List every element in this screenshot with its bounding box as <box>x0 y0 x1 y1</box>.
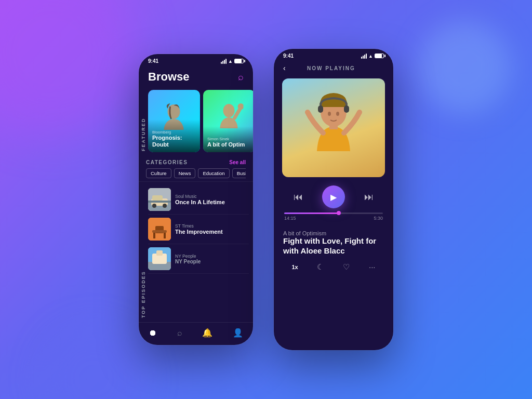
progress-bar[interactable]: 14:15 5:30 <box>284 212 383 221</box>
play-button[interactable]: ▶ <box>322 185 345 208</box>
browse-content: Browse ⌕ FEATURED <box>139 66 253 322</box>
svg-rect-6 <box>152 195 163 201</box>
episode-3-source: NY People <box>175 254 249 259</box>
card-1-overlay: Bloomberg Prognosis: Doubt <box>148 119 200 152</box>
time-labels: 14:15 5:30 <box>284 216 383 221</box>
episode-2-title: The Improvement <box>175 229 249 235</box>
card-2-overlay: Simon Sinek A bit of Optim <box>203 126 253 152</box>
card-2-source: Simon Sinek <box>207 137 251 141</box>
np-track-info: A bit of Optimism Fight with Love, Fight… <box>274 227 393 258</box>
top-episodes-section: TOP EPISODES <box>139 181 253 322</box>
progress-track <box>284 212 383 214</box>
prev-button[interactable]: ⏮ <box>294 192 303 203</box>
heart-button[interactable]: ♡ <box>343 262 350 272</box>
browse-status-time: 9:41 <box>148 58 158 64</box>
np-status-icons: ▲ <box>361 54 384 59</box>
browse-title: Browse <box>148 70 189 84</box>
episode-thumb-1 <box>148 188 171 211</box>
np-back-button[interactable]: ‹ <box>283 64 286 72</box>
card-2-title: A bit of Optim <box>207 141 251 148</box>
svg-rect-18 <box>156 250 163 256</box>
episode-1-art <box>148 188 171 211</box>
episode-2-info: ST Times The Improvement <box>175 223 249 235</box>
np-page-title: NOW PLAYING <box>307 65 355 71</box>
transport-buttons: ⏮ ▶ ⏭ <box>284 185 383 208</box>
episode-item-3[interactable]: NY People NY People <box>148 244 249 274</box>
category-business[interactable]: Business <box>232 168 246 178</box>
speed-button[interactable]: 1x <box>291 264 298 270</box>
np-controls: ⏮ ▶ ⏭ 14:15 5:30 <box>274 181 393 227</box>
bg-decoration-br <box>42 326 145 399</box>
svg-point-23 <box>328 112 331 116</box>
search-button[interactable]: ⌕ <box>238 72 244 83</box>
browse-phone: 9:41 ▲ Browse ⌕ FEATURE <box>139 54 253 345</box>
more-button[interactable]: ··· <box>369 262 376 271</box>
np-wifi-icon: ▲ <box>368 54 373 59</box>
bottom-nav: ⏺ ⌕ 🔔 👤 <box>139 322 253 345</box>
episode-1-title: Once In A Lifetime <box>175 199 249 205</box>
episode-thumb-2 <box>148 218 171 241</box>
episode-item-2[interactable]: ST Times The Improvement <box>148 215 249 244</box>
battery-fill <box>235 59 242 63</box>
episode-3-art <box>148 247 171 270</box>
svg-rect-21 <box>344 105 349 113</box>
np-track-subtitle: A bit of Optimism <box>283 230 384 236</box>
see-all-button[interactable]: See all <box>229 159 246 165</box>
nav-search-icon[interactable]: ⌕ <box>177 328 182 338</box>
np-album-art <box>282 78 385 177</box>
np-album-figure <box>292 84 375 177</box>
svg-rect-22 <box>329 124 338 129</box>
browse-status-bar: 9:41 ▲ <box>139 54 253 66</box>
featured-card-1[interactable]: Bloomberg Prognosis: Doubt <box>148 90 200 152</box>
next-button[interactable]: ⏭ <box>364 192 374 203</box>
np-battery-icon <box>375 54 384 58</box>
svg-rect-9 <box>148 201 171 203</box>
np-battery-fill <box>375 54 382 58</box>
svg-point-1 <box>223 104 235 117</box>
np-header: ‹ NOW PLAYING <box>274 61 393 74</box>
svg-point-24 <box>336 112 339 116</box>
np-track-title: Fight with Love, Fight for with Aloee Bl… <box>283 236 384 256</box>
episode-1-info: Soul Music Once In A Lifetime <box>175 194 249 205</box>
card-1-title: Prognosis: Doubt <box>152 135 196 148</box>
svg-point-8 <box>163 204 167 208</box>
category-news[interactable]: News <box>174 168 196 178</box>
nav-home-icon[interactable]: ⏺ <box>149 328 157 338</box>
episode-1-source: Soul Music <box>175 194 249 199</box>
np-extra-controls: 1x ☾ ♡ ··· <box>274 258 393 277</box>
status-icons: ▲ <box>221 59 244 64</box>
category-pills: Culture News Education Business He <box>146 168 246 178</box>
time-current: 14:15 <box>284 216 296 221</box>
episode-2-art <box>148 218 171 241</box>
episodes-list: Soul Music Once In A Lifetime <box>148 182 253 322</box>
category-education[interactable]: Education <box>198 168 229 178</box>
categories-section: CATEGORIES See all Culture News Educatio… <box>139 155 253 181</box>
time-total: 5:30 <box>374 216 383 221</box>
featured-card-2[interactable]: Simon Sinek A bit of Optim <box>203 90 253 152</box>
nav-profile-icon[interactable]: 👤 <box>233 328 243 338</box>
svg-rect-20 <box>318 105 323 113</box>
wifi-icon: ▲ <box>228 59 233 64</box>
top-episodes-label: TOP EPISODES <box>139 182 148 322</box>
np-status-time: 9:41 <box>283 53 294 59</box>
episode-thumb-3 <box>148 247 171 270</box>
sleep-button[interactable]: ☾ <box>317 262 324 272</box>
svg-rect-12 <box>153 232 155 238</box>
phones-container: 9:41 ▲ Browse ⌕ FEATURE <box>139 49 393 350</box>
bg-decoration-tr <box>418 21 511 114</box>
card-1-source: Bloomberg <box>152 130 196 135</box>
svg-rect-13 <box>164 232 166 238</box>
svg-rect-14 <box>152 230 167 233</box>
progress-thumb <box>337 211 341 215</box>
categories-header: CATEGORIES See all <box>146 159 246 165</box>
category-culture[interactable]: Culture <box>146 168 171 178</box>
nav-bell-icon[interactable]: 🔔 <box>202 328 212 338</box>
now-playing-phone: 9:41 ▲ ‹ NOW PLAYING <box>274 49 393 350</box>
episode-item-1[interactable]: Soul Music Once In A Lifetime <box>148 185 249 215</box>
episode-3-title: NY People <box>175 259 249 264</box>
svg-point-7 <box>152 204 156 208</box>
episode-3-info: NY People NY People <box>175 254 249 264</box>
bg-decoration-tl <box>0 0 135 135</box>
progress-fill <box>284 212 339 214</box>
np-status-bar: 9:41 ▲ <box>274 49 393 61</box>
